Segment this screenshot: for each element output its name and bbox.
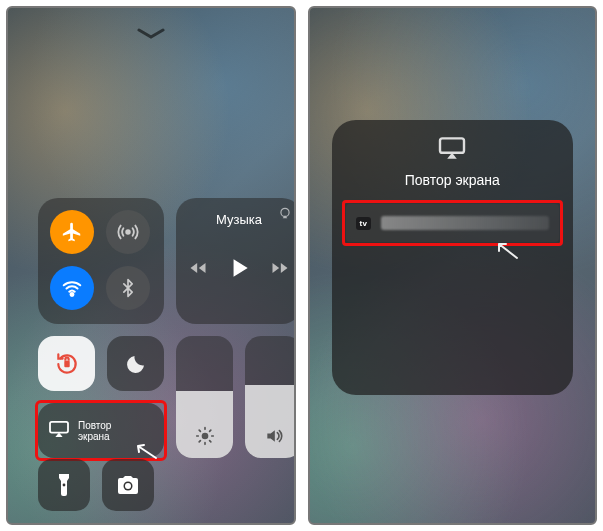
svg-point-8 (125, 483, 131, 489)
rewind-button[interactable] (188, 258, 208, 282)
airplay-device-row[interactable]: tv (346, 204, 560, 242)
lock-dnd-row (38, 336, 164, 391)
wifi-toggle[interactable] (50, 266, 94, 310)
sliders-group (176, 336, 296, 458)
device-name-redacted (381, 216, 549, 230)
tutorial-arrow-icon (130, 440, 158, 460)
music-transport (188, 227, 290, 312)
forward-button[interactable] (270, 258, 290, 282)
chevron-down-icon[interactable] (137, 26, 165, 44)
play-button[interactable] (226, 255, 252, 285)
rotation-lock-toggle[interactable] (38, 336, 95, 391)
control-center-tiles: Музыка (38, 198, 264, 458)
cellular-data-toggle[interactable] (106, 210, 150, 254)
svg-point-0 (126, 230, 130, 234)
control-center-screen: Музыка (6, 6, 296, 525)
svg-rect-3 (64, 360, 69, 367)
do-not-disturb-toggle[interactable] (107, 336, 164, 391)
svg-rect-5 (50, 421, 68, 432)
screen-mirroring-button[interactable]: Повтор экрана (38, 403, 164, 458)
camera-button[interactable] (102, 459, 154, 511)
airplay-icon (48, 420, 70, 442)
svg-point-1 (71, 293, 74, 296)
music-panel[interactable]: Музыка (176, 198, 296, 324)
volume-slider[interactable] (245, 336, 296, 458)
airplay-icon (437, 136, 467, 164)
music-title-label: Музыка (188, 212, 290, 227)
screen-mirroring-sheet-screen: Повтор экрана tv (308, 6, 598, 525)
airplane-mode-toggle[interactable] (50, 210, 94, 254)
brightness-slider[interactable] (176, 336, 233, 458)
bottom-shortcuts (38, 459, 154, 511)
svg-point-2 (281, 208, 289, 216)
flashlight-button[interactable] (38, 459, 90, 511)
svg-rect-9 (440, 138, 464, 152)
svg-point-6 (63, 484, 66, 487)
airplay-audio-icon[interactable] (278, 206, 292, 224)
sheet-title: Повтор экрана (405, 172, 500, 188)
screen-mirroring-label: Повтор экрана (78, 420, 111, 442)
tutorial-arrow-icon (491, 240, 519, 260)
screen-mirroring-sheet: Повтор экрана tv (332, 120, 574, 395)
apple-tv-badge: tv (356, 217, 372, 230)
svg-point-4 (201, 433, 208, 440)
connectivity-panel (38, 198, 164, 324)
bluetooth-toggle[interactable] (106, 266, 150, 310)
